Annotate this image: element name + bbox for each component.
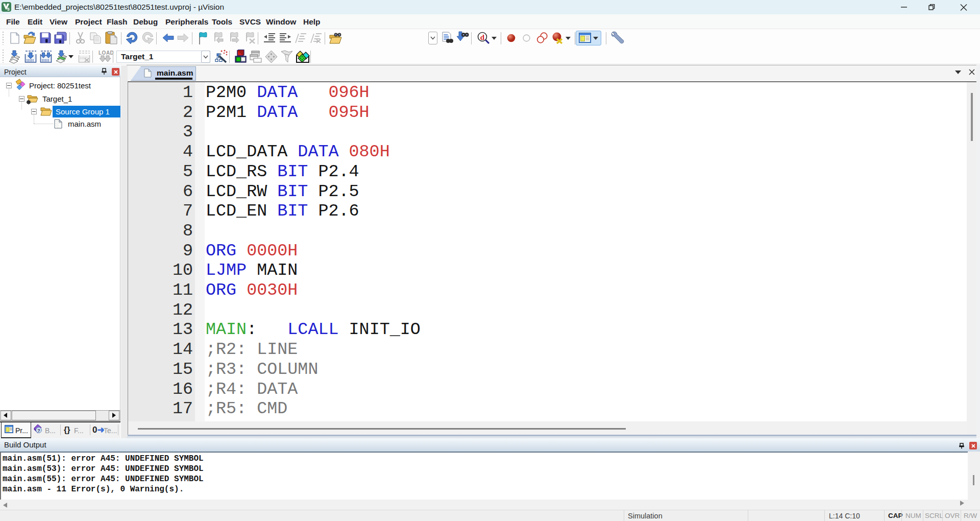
svg-text:?: ? bbox=[37, 428, 40, 433]
svg-text:d: d bbox=[480, 33, 485, 41]
svg-text:LOAD: LOAD bbox=[99, 50, 114, 56]
